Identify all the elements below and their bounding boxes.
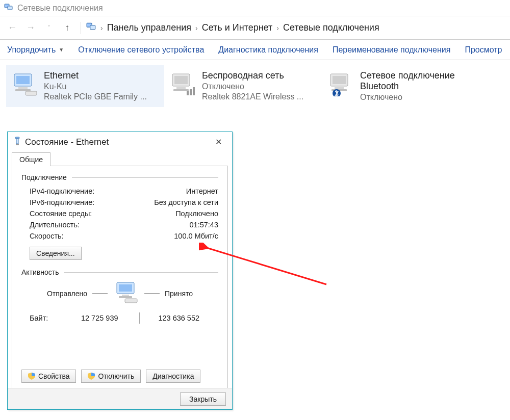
svg-rect-6	[18, 87, 28, 89]
svg-rect-3	[90, 25, 95, 30]
bytes-sent-value: 12 725 939	[60, 314, 139, 322]
connection-item-bluetooth[interactable]: Сетевое подключение Bluetooth Отключено	[322, 65, 486, 107]
close-button[interactable]: ✕	[208, 135, 229, 148]
back-button[interactable]: ←	[4, 20, 20, 36]
details-button[interactable]: Сведения...	[30, 247, 82, 260]
separator	[81, 22, 81, 34]
svg-rect-17	[333, 76, 346, 84]
dialog-title: Состояние - Ethernet	[25, 137, 109, 147]
row-speed: Скорость:100.0 Мбит/c	[21, 230, 218, 242]
ethernet-status-dialog: Состояние - Ethernet ✕ Общие Подключение…	[7, 132, 233, 410]
connection-item-wifi[interactable]: Беспроводная сеть Отключено Realtek 8821…	[164, 65, 322, 107]
svg-rect-10	[174, 76, 188, 84]
connection-adapter-name: Realtek 8821AE Wireless ...	[202, 92, 303, 101]
network-connections-icon	[4, 3, 13, 13]
group-activity: Активность	[21, 268, 218, 276]
connection-item-ethernet[interactable]: Ethernet Ku-Ku Realtek PCIe GBE Family .…	[6, 65, 164, 107]
organize-menu[interactable]: Упорядочить▼	[7, 45, 64, 55]
status-icon	[14, 137, 21, 148]
svg-rect-7	[15, 89, 31, 91]
dialog-titlebar[interactable]: Состояние - Ethernet ✕	[8, 132, 232, 152]
connection-title: Ethernet	[44, 70, 147, 81]
group-connection: Подключение	[21, 173, 218, 181]
svg-rect-23	[16, 144, 19, 145]
svg-rect-18	[335, 87, 344, 89]
close-dialog-button[interactable]: Закрыть	[180, 392, 226, 406]
activity-computer-icon	[113, 281, 139, 305]
row-ipv4: IPv4-подключение:Интернет	[21, 186, 218, 197]
chevron-right-icon[interactable]: ›	[276, 24, 279, 32]
svg-rect-12	[173, 89, 189, 91]
tabstrip: Общие	[8, 152, 232, 166]
up-button[interactable]: ↑	[59, 20, 75, 36]
ethernet-adapter-icon	[11, 70, 39, 98]
svg-rect-28	[125, 299, 137, 303]
svg-rect-27	[119, 296, 132, 298]
bytes-label: Байт:	[30, 314, 60, 322]
breadcrumb: Панель управления › Сеть и Интернет › Се…	[105, 20, 385, 35]
window-title: Сетевые подключения	[17, 4, 103, 13]
dialog-footer: Закрыть	[8, 388, 232, 409]
connection-status: Отключено	[202, 82, 303, 91]
shield-icon	[88, 373, 95, 380]
sent-label: Отправлено	[47, 290, 87, 298]
svg-rect-11	[176, 87, 186, 89]
connection-adapter-name: Realtek PCIe GBE Family ...	[44, 92, 147, 101]
breadcrumb-network-connections[interactable]: Сетевые подключения	[283, 22, 379, 33]
activity-visual: Отправлено Принято	[21, 281, 218, 305]
svg-rect-22	[16, 139, 18, 144]
row-media-state: Состояние среды:Подключено	[21, 208, 218, 219]
breadcrumb-control-panel[interactable]: Панель управления	[107, 22, 191, 33]
svg-rect-13	[187, 91, 189, 95]
caret-down-icon: ▼	[59, 47, 64, 52]
bytes-received-value: 123 636 552	[140, 314, 219, 322]
disable-button[interactable]: Отключить	[81, 370, 141, 383]
wifi-adapter-icon	[169, 70, 197, 98]
svg-rect-1	[8, 6, 12, 10]
breadcrumb-icon	[86, 22, 96, 34]
properties-button[interactable]: Свойства	[21, 370, 76, 383]
svg-rect-15	[193, 87, 195, 95]
svg-rect-25	[119, 284, 132, 292]
svg-rect-26	[122, 295, 129, 296]
connection-network-name: Ku-Ku	[44, 82, 147, 91]
view-status-button[interactable]: Просмотр	[465, 45, 502, 55]
disable-device-button[interactable]: Отключение сетевого устройства	[78, 45, 204, 55]
svg-rect-8	[26, 91, 37, 95]
window-titlebar: Сетевые подключения	[0, 0, 510, 16]
connections-panel: Ethernet Ku-Ku Realtek PCIe GBE Family .…	[0, 60, 510, 107]
row-ipv6: IPv6-подключение:Без доступа к сети	[21, 197, 218, 208]
forward-button[interactable]: →	[22, 20, 39, 36]
received-label: Принято	[165, 290, 193, 298]
svg-rect-5	[16, 76, 30, 84]
breadcrumb-network-internet[interactable]: Сеть и Интернет	[202, 22, 273, 33]
connection-status: Отключено	[360, 93, 479, 102]
bluetooth-adapter-icon	[327, 70, 355, 98]
chevron-right-icon[interactable]: ›	[100, 24, 103, 32]
diagnose-connection-button[interactable]: Диагностика подключения	[218, 45, 318, 55]
tab-body: Подключение IPv4-подключение:Интернет IP…	[12, 166, 228, 391]
svg-rect-14	[190, 89, 192, 95]
chevron-right-icon[interactable]: ›	[195, 24, 198, 32]
address-bar: ← → ˅ ↑ › Панель управления › Сеть и Инт…	[0, 16, 510, 40]
recent-locations-button[interactable]: ˅	[41, 20, 57, 36]
command-bar: Упорядочить▼ Отключение сетевого устройс…	[0, 40, 510, 60]
connection-title: Сетевое подключение Bluetooth	[360, 70, 479, 92]
row-duration: Длительность:01:57:43	[21, 219, 218, 230]
tab-general[interactable]: Общие	[12, 152, 50, 166]
connection-title: Беспроводная сеть	[202, 70, 303, 81]
shield-icon	[28, 373, 35, 380]
diagnose-button[interactable]: Диагностика	[146, 370, 200, 383]
rename-connection-button[interactable]: Переименование подключения	[333, 45, 450, 55]
